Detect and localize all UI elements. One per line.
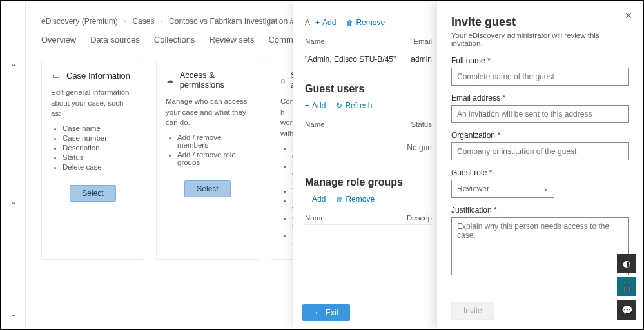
section-heading: Guest users	[305, 83, 432, 95]
add-button[interactable]: Add	[305, 101, 326, 110]
breadcrumb-item[interactable]: Contoso vs Fabrikam Investigation #1	[169, 17, 298, 26]
remove-button[interactable]: Remove	[346, 18, 385, 27]
tab-data-sources[interactable]: Data sources	[90, 35, 140, 48]
fab-stack: ◐ 🎧 💬	[617, 254, 636, 320]
col-name: Name	[305, 121, 325, 128]
chevron-down-icon[interactable]: ⌄	[10, 309, 17, 318]
guest-toolbar: Add Refresh	[305, 101, 432, 110]
card-desc: Edit general information about your case…	[51, 87, 135, 119]
card-title: ☁ Access & permissions	[166, 70, 249, 90]
arrow-left-icon	[314, 308, 322, 317]
justification-label: Justification *	[451, 206, 629, 215]
refresh-button[interactable]: Refresh	[336, 101, 372, 110]
tab-collections[interactable]: Collections	[154, 35, 195, 48]
plus-icon	[305, 101, 309, 110]
email-input[interactable]	[451, 105, 629, 123]
left-rail: ⌄ ⌄ ⌄	[1, 1, 26, 329]
card-case-info: ▭ Case Information Edit general informat…	[41, 61, 144, 260]
add-button[interactable]: Add	[315, 18, 336, 27]
section-heading: Manage role groups	[305, 177, 432, 188]
search-icon: ⌕	[280, 75, 286, 85]
list-item: Status	[63, 153, 135, 161]
table-row[interactable]: "Admin, Edisco STU-B/45" admin	[305, 48, 432, 70]
plus-icon	[315, 18, 320, 27]
cloud-icon: ☁	[166, 75, 175, 85]
plus-icon	[305, 195, 309, 204]
card-access: ☁ Access & permissions Manage who can ac…	[156, 61, 259, 260]
flyout-title: Invite guest	[451, 15, 629, 29]
close-icon[interactable]	[625, 10, 632, 21]
col-desc: Descrip	[407, 214, 432, 222]
card-desc: Manage who can access your case and what…	[166, 96, 249, 128]
select-button[interactable]: Select	[184, 180, 230, 197]
col-email: Email	[413, 37, 432, 45]
remove-button[interactable]: Remove	[336, 195, 375, 204]
refresh-icon	[336, 101, 342, 110]
rolegroup-toolbar: Add Remove	[305, 195, 432, 204]
cell-name: "Admin, Edisco STU-B/45"	[305, 55, 396, 64]
tab-overview[interactable]: Overview	[41, 35, 76, 48]
list-item: Case name	[63, 124, 135, 132]
support-icon[interactable]: 🎧	[617, 277, 636, 296]
table-head: Name Email	[305, 35, 432, 48]
trash-icon	[336, 195, 343, 204]
id-card-icon: ▭	[51, 70, 61, 81]
fullname-input[interactable]	[451, 68, 629, 86]
members-panel: A Add Remove Name Email "Admin, Edisco S…	[293, 1, 441, 329]
exit-button[interactable]: Exit	[302, 304, 350, 321]
org-label: Organization *	[451, 131, 629, 140]
email-label: Email address *	[451, 93, 629, 102]
chevron-down-icon[interactable]: ⌄	[10, 197, 17, 206]
list-item: Add / remove members	[177, 133, 249, 149]
table-head: Name Status	[305, 118, 432, 131]
list-item: Description	[63, 144, 135, 151]
select-button[interactable]: Select	[70, 185, 115, 202]
feedback-icon[interactable]: 💬	[617, 300, 636, 320]
col-name: Name	[305, 37, 325, 45]
invite-guest-flyout: Invite guest Your eDiscovery administrat…	[436, 1, 643, 329]
fullname-label: Full name *	[451, 56, 629, 65]
list-item: Add / remove role groups	[177, 151, 249, 166]
breadcrumb-item[interactable]: eDiscovery (Premium)	[41, 17, 118, 26]
flyout-subtitle: Your eDiscovery administrator will revie…	[451, 32, 629, 47]
col-status: Status	[411, 121, 432, 128]
col-name: Name	[305, 214, 325, 222]
chevron-down-icon[interactable]: ⌄	[10, 59, 17, 68]
help-icon[interactable]: ◐	[617, 254, 636, 273]
role-label: Guest role *	[451, 168, 629, 177]
panel-toolbar: A Add Remove	[305, 18, 432, 27]
cell-email: admin	[411, 55, 432, 64]
invite-button[interactable]: Invite	[451, 302, 494, 320]
role-select[interactable]	[451, 180, 554, 198]
org-input[interactable]	[451, 142, 629, 160]
list-item: Case number	[63, 134, 135, 142]
card-title: ▭ Case Information	[51, 70, 135, 81]
trash-icon	[346, 18, 353, 27]
table-head: Name Descrip	[305, 211, 432, 225]
list-item: Delete case	[63, 163, 135, 171]
breadcrumb-item[interactable]: Cases	[132, 17, 154, 26]
add-button[interactable]: Add	[305, 195, 326, 204]
tab-review-sets[interactable]: Review sets	[209, 35, 254, 48]
empty-message: No gue	[305, 131, 432, 164]
justification-textarea[interactable]	[451, 217, 629, 275]
